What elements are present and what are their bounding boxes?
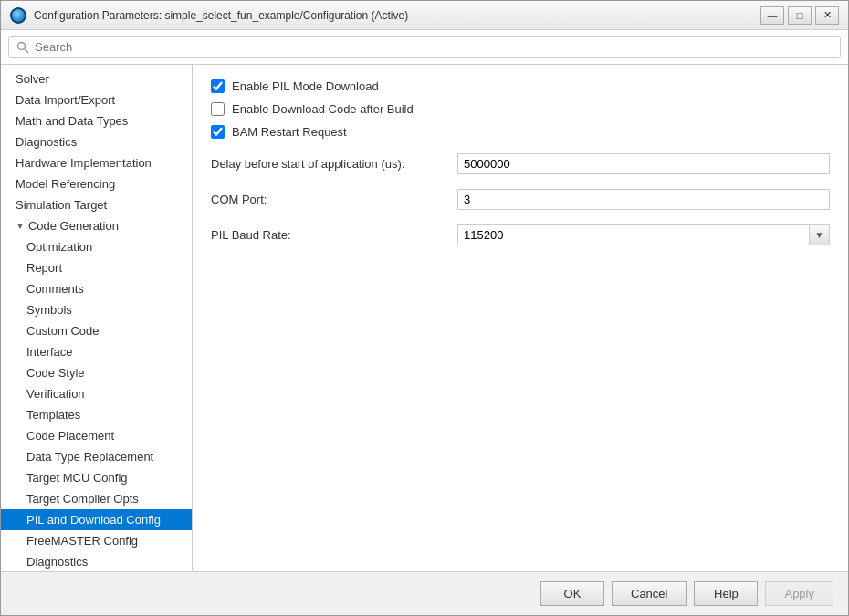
sidebar-item-label: Hardware Implementation: [16, 156, 152, 170]
sidebar-item-label: Code Generation: [28, 219, 119, 233]
sidebar-item-comments[interactable]: Comments: [1, 278, 192, 299]
maximize-button[interactable]: □: [788, 6, 812, 25]
sidebar-item-target-compiler-opts[interactable]: Target Compiler Opts: [1, 488, 192, 509]
field-row-pil-baud-rate-field: PIL Baud Rate:▼: [211, 224, 830, 245]
sidebar-item-diagnostics-top[interactable]: Diagnostics: [1, 131, 192, 152]
sidebar-item-interface[interactable]: Interface: [1, 341, 192, 362]
cancel-button[interactable]: Cancel: [612, 581, 687, 606]
sidebar-item-data-import-export[interactable]: Data Import/Export: [1, 89, 192, 110]
pil-baud-rate-field-dropdown-button[interactable]: ▼: [809, 225, 829, 245]
sidebar-item-optimization[interactable]: Optimization: [1, 236, 192, 257]
sidebar-item-label: Diagnostics: [26, 555, 88, 569]
sidebar-item-label: Diagnostics: [16, 135, 77, 149]
sidebar-item-label: Math and Data Types: [16, 114, 128, 128]
close-button[interactable]: ✕: [815, 6, 839, 25]
sidebar-item-custom-code[interactable]: Custom Code: [1, 320, 192, 341]
sidebar-item-diagnostics-bottom[interactable]: Diagnostics: [1, 551, 192, 571]
arrow-icon: ▼: [16, 221, 25, 231]
sidebar-item-solver[interactable]: Solver: [1, 68, 192, 89]
bam-restart-checkbox[interactable]: [211, 125, 225, 139]
checkbox-row-enable-download-code: Enable Download Code after Build: [211, 102, 830, 116]
sidebar-item-label: PIL and Download Config: [26, 513, 161, 527]
main-window: Configuration Parameters: simple_select_…: [0, 0, 849, 616]
footer: OK Cancel Help Apply: [1, 571, 848, 615]
com-port-field-label: COM Port:: [211, 193, 457, 206]
sidebar-item-code-generation[interactable]: ▼Code Generation: [1, 215, 192, 236]
sidebar-item-label: Templates: [26, 408, 80, 422]
app-icon: [10, 7, 26, 24]
checkbox-row-enable-pil: Enable PIL Mode Download: [211, 79, 830, 93]
sidebar-item-report[interactable]: Report: [1, 257, 192, 278]
checkbox-row-bam-restart: BAM Restart Request: [211, 125, 830, 139]
sidebar-item-label: Data Type Replacement: [26, 450, 153, 464]
delay-field-label: Delay before start of application (us):: [211, 157, 457, 171]
pil-baud-rate-field-dropdown-wrapper: ▼: [457, 224, 830, 245]
enable-pil-checkbox[interactable]: [211, 79, 225, 93]
sidebar-item-label: Code Placement: [26, 429, 114, 443]
enable-pil-label: Enable PIL Mode Download: [232, 79, 379, 93]
sidebar-item-label: Solver: [16, 72, 49, 86]
delay-field-input[interactable]: [457, 153, 830, 174]
sidebar-item-code-placement[interactable]: Code Placement: [1, 425, 192, 446]
search-bar: [1, 30, 848, 65]
sidebar-item-label: Simulation Target: [16, 198, 107, 212]
title-bar: Configuration Parameters: simple_select_…: [1, 1, 848, 30]
sidebar-item-hardware-implementation[interactable]: Hardware Implementation: [1, 152, 192, 173]
field-row-delay-field: Delay before start of application (us):: [211, 153, 830, 174]
sidebar-item-label: Custom Code: [26, 324, 99, 338]
ok-button[interactable]: OK: [540, 581, 604, 606]
minimize-button[interactable]: —: [760, 6, 784, 25]
sidebar-item-target-mcu-config[interactable]: Target MCU Config: [1, 467, 192, 488]
enable-download-code-label: Enable Download Code after Build: [232, 102, 414, 116]
window-title: Configuration Parameters: simple_select_…: [34, 9, 408, 22]
apply-button[interactable]: Apply: [765, 581, 833, 606]
main-panel: Enable PIL Mode DownloadEnable Download …: [193, 65, 848, 571]
sidebar-item-model-referencing[interactable]: Model Referencing: [1, 173, 192, 194]
sidebar-item-label: Code Style: [26, 366, 85, 380]
sidebar-item-label: Symbols: [26, 303, 72, 317]
sidebar-item-label: Target Compiler Opts: [26, 492, 139, 506]
pil-baud-rate-field-label: PIL Baud Rate:: [211, 228, 457, 242]
enable-download-code-checkbox[interactable]: [211, 102, 225, 116]
sidebar-item-math-data-types[interactable]: Math and Data Types: [1, 110, 192, 131]
sidebar-item-label: Model Referencing: [16, 177, 115, 191]
sidebar-item-verification[interactable]: Verification: [1, 383, 192, 404]
sidebar-item-code-style[interactable]: Code Style: [1, 362, 192, 383]
sidebar-item-label: Report: [26, 261, 62, 275]
form-section: Enable PIL Mode DownloadEnable Download …: [211, 79, 830, 245]
bam-restart-label: BAM Restart Request: [232, 125, 347, 139]
sidebar-item-pil-download-config[interactable]: PIL and Download Config: [1, 509, 192, 530]
window-controls: — □ ✕: [760, 6, 839, 25]
pil-baud-rate-field-input[interactable]: [458, 225, 809, 245]
help-button[interactable]: Help: [694, 581, 758, 606]
sidebar-item-label: Comments: [26, 282, 84, 296]
sidebar-item-label: Target MCU Config: [26, 471, 128, 485]
search-input[interactable]: [8, 36, 841, 58]
sidebar-item-label: Data Import/Export: [16, 93, 115, 107]
sidebar-item-symbols[interactable]: Symbols: [1, 299, 192, 320]
sidebar-item-label: Verification: [26, 387, 85, 401]
sidebar-item-freemaster-config[interactable]: FreeMASTER Config: [1, 530, 192, 551]
sidebar-item-label: Optimization: [26, 240, 92, 254]
title-bar-left: Configuration Parameters: simple_select_…: [10, 7, 408, 24]
sidebar: SolverData Import/ExportMath and Data Ty…: [1, 65, 193, 571]
content-area: SolverData Import/ExportMath and Data Ty…: [1, 65, 848, 571]
field-row-com-port-field: COM Port:: [211, 189, 830, 210]
sidebar-item-data-type-replacement[interactable]: Data Type Replacement: [1, 446, 192, 467]
sidebar-item-templates[interactable]: Templates: [1, 404, 192, 425]
sidebar-item-label: Interface: [26, 345, 73, 359]
com-port-field-input[interactable]: [457, 189, 830, 210]
sidebar-item-simulation-target[interactable]: Simulation Target: [1, 194, 192, 215]
sidebar-item-label: FreeMASTER Config: [26, 534, 138, 548]
